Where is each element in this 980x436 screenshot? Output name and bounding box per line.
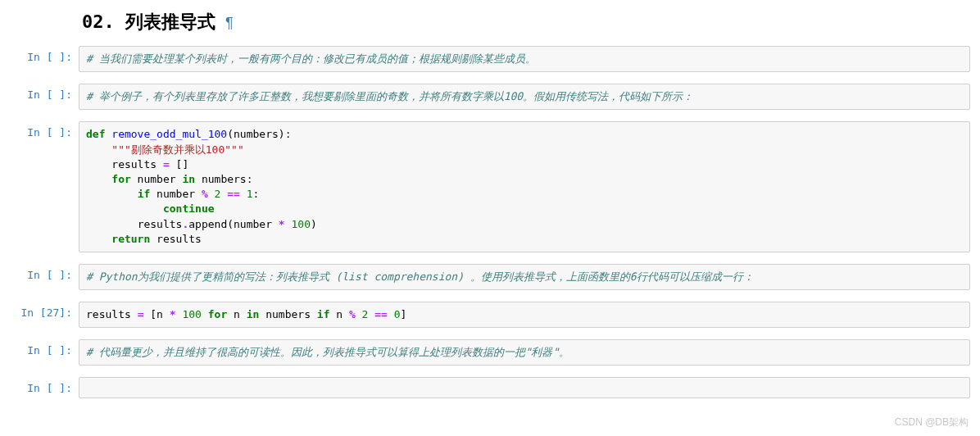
comment: # Python为我们提供了更精简的写法：列表推导式 (list compreh… <box>86 270 754 283</box>
code-input[interactable] <box>79 377 970 398</box>
comment: # 当我们需要处理某个列表时，一般有两个目的：修改已有成员的值；根据规则剔除某些… <box>86 52 536 65</box>
section-title: 02. 列表推导式 <box>82 10 216 34</box>
code-cell: In [ ]: # Python为我们提供了更精简的写法：列表推导式 (list… <box>10 264 970 290</box>
comment: # 举个例子，有个列表里存放了许多正整数，我想要剔除里面的奇数，并将所有数字乘以… <box>86 90 693 102</box>
cell-prompt: In [ ]: <box>10 46 79 63</box>
code-input[interactable]: # 举个例子，有个列表里存放了许多正整数，我想要剔除里面的奇数，并将所有数字乘以… <box>79 84 970 110</box>
kw-def: def <box>86 128 105 140</box>
func-name: remove_odd_mul_100 <box>111 128 227 140</box>
code-input[interactable]: def remove_odd_mul_100(numbers): """剔除奇数… <box>79 121 970 252</box>
docstring: """剔除奇数并乘以100""" <box>111 143 243 156</box>
code-cell: In [ ]: <box>10 377 970 398</box>
watermark: CSDN @DB架构 <box>895 416 969 420</box>
code-input[interactable]: # Python为我们提供了更精简的写法：列表推导式 (list compreh… <box>79 264 970 290</box>
heading-row: 02. 列表推导式 ¶ <box>82 10 970 34</box>
cell-prompt: In [ ]: <box>10 121 79 139</box>
code-cell: In [ ]: # 代码量更少，并且维持了很高的可读性。因此，列表推导式可以算得… <box>10 339 970 366</box>
cell-prompt: In [ ]: <box>10 377 79 394</box>
code-input[interactable]: # 代码量更少，并且维持了很高的可读性。因此，列表推导式可以算得上处理列表数据的… <box>79 339 970 366</box>
anchor-link-icon[interactable]: ¶ <box>225 15 234 32</box>
code-cell: In [27]: results = [n * 100 for n in num… <box>10 302 970 328</box>
code-input[interactable]: results = [n * 100 for n in numbers if n… <box>79 302 970 328</box>
params: (numbers): <box>227 128 291 140</box>
comment: # 代码量更少，并且维持了很高的可读性。因此，列表推导式可以算得上处理列表数据的… <box>86 346 569 358</box>
code-cell: In [ ]: # 当我们需要处理某个列表时，一般有两个目的：修改已有成员的值；… <box>10 46 970 72</box>
code-cell: In [ ]: def remove_odd_mul_100(numbers):… <box>10 121 970 252</box>
notebook-container: 02. 列表推导式 ¶ In [ ]: # 当我们需要处理某个列表时，一般有两个… <box>0 0 980 420</box>
code-cell: In [ ]: # 举个例子，有个列表里存放了许多正整数，我想要剔除里面的奇数，… <box>10 84 970 110</box>
code-input[interactable]: # 当我们需要处理某个列表时，一般有两个目的：修改已有成员的值；根据规则剔除某些… <box>79 46 970 72</box>
cell-prompt: In [ ]: <box>10 84 79 101</box>
cell-prompt: In [ ]: <box>10 264 79 281</box>
cell-prompt: In [ ]: <box>10 339 79 357</box>
cell-prompt: In [27]: <box>10 302 79 319</box>
